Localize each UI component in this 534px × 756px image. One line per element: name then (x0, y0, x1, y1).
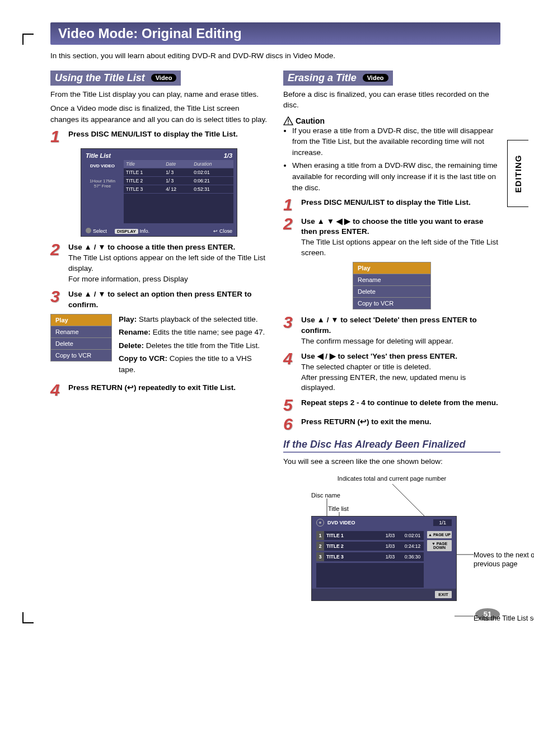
ss1-heading: Title List (86, 152, 111, 159)
callout-total-page: Indicates total and current page number (283, 475, 500, 482)
section-intro: In this section, you will learn about ed… (50, 50, 500, 62)
step-number-2: 2 (50, 242, 65, 285)
page-down-button: ▼ PAGE DOWN (427, 540, 452, 551)
crop-mark-tl (22, 34, 34, 45)
opt-desc-delete: Delete: Deletes the title from the Title… (119, 340, 268, 351)
right-step1: Press DISC MENU/LIST to display the Titl… (301, 198, 471, 206)
svg-point-1 (288, 123, 289, 124)
caution-item: When erasing a title from a DVD-RW disc,… (292, 160, 500, 193)
chapter-side-tab-text: EDITING (513, 154, 523, 192)
right-step3-body: The confirm message for deleting will ap… (301, 337, 453, 345)
erase-intro: Before a disc is finalized, you can eras… (283, 89, 500, 111)
ss2-row: 2 TITLE 2 1/03 0:24:12 (316, 542, 424, 551)
right-step3-lead: Use ▲ / ▼ to select 'Delete' then press … (301, 316, 477, 335)
subhead-erase-text: Erasing a Title (288, 72, 357, 83)
exit-button: EXIT (435, 591, 452, 598)
ss1-foot-close: ↩ Close (213, 228, 232, 234)
crop-mark-bl (22, 612, 34, 623)
opt2-play: Play (353, 262, 431, 274)
step-number-4: 4 (50, 383, 65, 397)
left-step2-extra: For more information, press Display (68, 275, 188, 283)
step-number-1: 1 (283, 198, 298, 212)
callout-exit: Exits the Title List screen. (474, 614, 534, 623)
ss1-row: TITLE 2 1/ 3 0:06:21 (124, 176, 233, 185)
finalized-body: You will see a screen like the one shown… (283, 456, 500, 467)
opt-play: Play (51, 314, 112, 326)
ss1-col-date: Date (163, 160, 191, 168)
subhead-using-title-list: Using the Title List Video (50, 71, 181, 86)
opt2-delete: Delete (353, 286, 431, 298)
options-mini-menu-2: Play Rename Delete Copy to VCR (353, 262, 431, 309)
warning-triangle-icon (283, 116, 293, 125)
left-step1: Press DISC MENU/LIST to display the Titl… (68, 130, 238, 138)
right-step5-lead: Repeat steps 2 - 4 to continue to delete… (301, 398, 498, 407)
step-number-6: 6 (283, 417, 298, 431)
opt2-copy-vcr: Copy to VCR (353, 298, 431, 309)
page-up-button: ▲ PAGE UP (427, 531, 452, 538)
ss2-page-indicator: 1/1 (433, 519, 452, 526)
ss1-page-indicator: 1/3 (224, 152, 232, 159)
opt-desc-play: Play: Starts playback of the selected ti… (119, 314, 268, 325)
callout-next-prev-page: Moves to the next or previous page (474, 551, 534, 569)
right-step6: Press RETURN (↩) to exit the menu. (301, 417, 432, 426)
subhead-erasing-title: Erasing a Title Video (283, 71, 393, 86)
opt-delete: Delete (51, 337, 112, 349)
step-number-3: 3 (283, 315, 298, 347)
step-number-3: 3 (50, 289, 65, 311)
callout-disc-name: Disc name (311, 492, 340, 499)
right-step4-lead: Use ◀ / ▶ to select 'Yes' then press ENT… (301, 352, 457, 360)
left-step2-lead: Use ▲ / ▼ to choose a title then press E… (68, 243, 235, 251)
step-number-4: 4 (283, 351, 298, 394)
right-step2-lead: Use ▲ ▼ ◀ ▶ to choose the title you want… (301, 217, 484, 236)
ss2-row: 3 TITLE 3 1/03 0:36:30 (316, 552, 424, 561)
using-title-list-p2: Once a Video mode disc is finalized, the… (50, 103, 268, 125)
video-pill: Video (363, 74, 388, 82)
opt-desc-rename: Rename: Edits the title name; see page 4… (119, 327, 268, 338)
caution-item: If you erase a title from a DVD-R disc, … (292, 125, 500, 158)
step-number-2: 2 (283, 217, 298, 259)
ss2-disc-type: DVD VIDEO (327, 520, 355, 525)
svg-line-2 (392, 484, 426, 518)
ss1-row: TITLE 1 1/ 3 0:02:01 (124, 168, 233, 176)
step-number-1: 1 (50, 129, 65, 144)
disc-icon (316, 519, 324, 527)
section-title-bar: Video Mode: Original Editing (50, 22, 500, 45)
step-number-5: 5 (283, 398, 298, 412)
ss2-row: 1 TITLE 1 1/03 0:02:01 (316, 531, 424, 540)
using-title-list-p1: From the Title List display you can play… (50, 89, 268, 100)
opt-copy-vcr: Copy to VCR (51, 349, 112, 361)
caution-label: Caution (296, 116, 325, 125)
finalized-screenshot: DVD VIDEO 1/1 1 TITLE 1 1/03 0:02:01 (311, 516, 457, 601)
right-step2-body: The Title List options appear on the lef… (301, 238, 498, 257)
options-mini-menu: Play Rename Delete Copy to VCR (50, 314, 112, 361)
left-step4: Press RETURN (↩) repeatedly to exit Titl… (68, 383, 236, 392)
left-step3-lead: Use ▲ / ▼ to select an option then press… (68, 290, 252, 309)
right-step4-body1: The selected chapter or title is deleted… (301, 363, 431, 371)
ss1-free-space: 1Hour 17Min 57" Free (85, 179, 120, 189)
opt2-rename: Rename (353, 274, 431, 286)
ss1-foot-info: DISPLAY Info. (115, 228, 149, 234)
ss1-col-title: Title (124, 160, 163, 168)
ss1-row: TITLE 3 4/ 12 0:52:31 (124, 185, 233, 193)
opt-rename: Rename (51, 326, 112, 337)
video-pill: Video (151, 74, 177, 82)
subhead-finalized: If the Disc Has Already Been Finalized (283, 439, 500, 453)
ss1-foot-select: Select (86, 228, 107, 234)
subhead-text: Using the Title List (55, 72, 145, 83)
callout-title-list: Title list (328, 505, 349, 512)
ss1-disc-type: DVD VIDEO (85, 163, 120, 168)
chapter-side-tab: EDITING (507, 140, 528, 207)
title-list-screenshot: Title List 1/3 DVD VIDEO 1Hour 17Min 57"… (81, 148, 237, 237)
caution-heading: Caution (283, 116, 500, 125)
opt-desc-copy: Copy to VCR: Copies the title to a VHS t… (119, 353, 268, 375)
ss1-col-duration: Duration (191, 160, 233, 168)
right-step4-body2: After pressing ENTER, the new, updated m… (301, 373, 466, 392)
left-step2-body: The Title List options appear on the lef… (68, 253, 265, 273)
